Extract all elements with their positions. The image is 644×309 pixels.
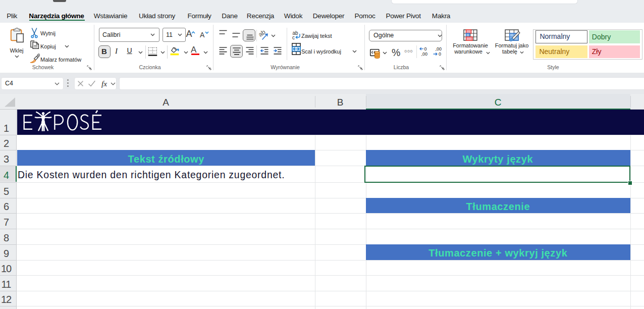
svg-text:0: 0 <box>424 46 427 52</box>
svg-text:c: c <box>292 35 295 40</box>
svg-text:0: 0 <box>439 52 441 57</box>
svg-text:,00: ,00 <box>436 46 442 52</box>
svg-text:,00: ,00 <box>421 52 428 57</box>
